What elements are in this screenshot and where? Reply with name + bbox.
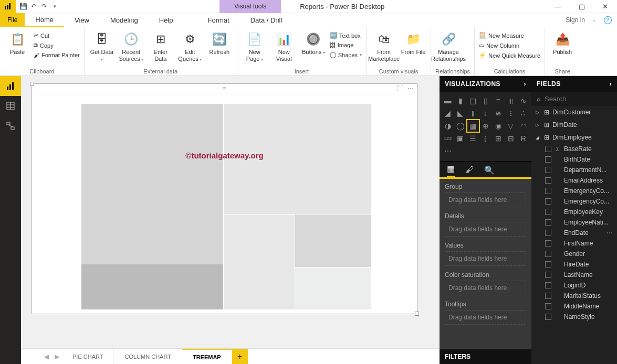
format-tab-icon[interactable]: 🖌 (465, 165, 474, 175)
field-item[interactable]: EndDate⋯ (531, 228, 617, 238)
viz-slicer-icon[interactable]: ⫿ (480, 133, 491, 144)
edit-queries-button[interactable]: ⚙Edit Queries (177, 29, 203, 62)
checkbox-icon[interactable] (545, 282, 551, 288)
checkbox-icon[interactable] (545, 293, 551, 299)
field-item[interactable]: MiddleName (531, 301, 617, 312)
viz-stacked-bar-icon[interactable]: ▬ (442, 95, 454, 106)
visualizations-header[interactable]: VISUALIZATIONS› (440, 76, 531, 92)
file-menu[interactable]: File (0, 13, 25, 27)
treemap-visual[interactable]: ≡ ⛶ ⋯ ©tutorialgateway.org (32, 83, 417, 314)
viz-waterfall-icon[interactable]: ⫶ (505, 108, 517, 119)
field-table[interactable]: ▷⊞DimDate (531, 119, 617, 131)
viz-card-icon[interactable]: 123 (442, 133, 454, 144)
field-item[interactable]: NameStyle (531, 312, 617, 322)
page-tab-columnchart[interactable]: COLUMN CHART (114, 349, 182, 364)
drag-grip-icon[interactable]: ≡ (222, 85, 226, 92)
viz-kpi-icon[interactable]: ☰ (467, 133, 479, 144)
field-item[interactable]: EmergencyCo... (531, 186, 617, 196)
field-item[interactable]: HireDate (531, 259, 617, 270)
treemap-cell[interactable] (224, 215, 295, 309)
field-table[interactable]: ▷⊞DimCustomer (531, 106, 617, 119)
copy-button[interactable]: ⧉ Copy (34, 41, 80, 50)
viz-multi-card-icon[interactable]: ▣ (455, 133, 466, 144)
cut-button[interactable]: ✂ Cut (34, 31, 80, 40)
checkbox-icon[interactable] (545, 314, 551, 320)
redo-icon[interactable]: ↷ (40, 2, 48, 10)
viz-line-icon[interactable]: ∿ (518, 95, 529, 106)
new-page-button[interactable]: 📄New Page (242, 29, 268, 62)
qat-dropdown-icon[interactable]: ▾ (50, 2, 59, 10)
tab-help[interactable]: Help (149, 13, 184, 27)
field-item[interactable]: MaritalStatus (531, 291, 617, 301)
fields-header[interactable]: FIELDS› (531, 76, 617, 92)
viz-r-script-icon[interactable]: R (518, 133, 529, 144)
treemap-cell[interactable] (295, 215, 371, 267)
minimize-button[interactable]: — (546, 0, 570, 13)
publish-button[interactable]: 📤Publish (549, 29, 576, 56)
more-options-icon[interactable]: ⋯ (407, 85, 414, 92)
checkbox-icon[interactable] (545, 240, 551, 247)
viz-scatter-icon[interactable]: ∴ (518, 108, 529, 119)
checkbox-icon[interactable] (545, 146, 551, 152)
undo-icon[interactable]: ↶ (29, 2, 38, 10)
save-icon[interactable]: 💾 (19, 2, 27, 10)
chevron-down-icon[interactable]: ⌄ (592, 17, 597, 23)
field-item[interactable]: EmailAddress (531, 175, 617, 186)
recent-sources-button[interactable]: 🕒Recent Sources (118, 29, 144, 62)
new-visual-button[interactable]: 📊New Visual (271, 29, 297, 62)
well-dropzone[interactable]: Drag data fields here (445, 192, 526, 207)
tab-modeling[interactable]: Modeling (100, 13, 149, 27)
new-column-button[interactable]: ▭ New Column (479, 41, 540, 50)
checkbox-icon[interactable] (545, 198, 551, 205)
format-painter-button[interactable]: 🖌 Format Painter (34, 51, 80, 59)
checkbox-icon[interactable] (545, 219, 551, 226)
checkbox-icon[interactable] (545, 303, 551, 309)
from-marketplace-button[interactable]: 🛍From Marketplace (371, 29, 397, 62)
page-next-icon[interactable]: ▶ (51, 349, 62, 364)
sign-in-link[interactable]: Sign in (566, 16, 585, 24)
report-view-icon[interactable] (0, 76, 21, 96)
field-item[interactable]: DepartmentN... (531, 165, 617, 175)
viz-more-icon[interactable]: ⋯ (442, 145, 454, 157)
viz-clustered-column-icon[interactable]: ▯ (480, 95, 491, 106)
image-button[interactable]: 🖼 Image (330, 41, 362, 49)
field-item[interactable]: BirthDate (531, 154, 617, 165)
page-tab-treemap[interactable]: TREEMAP (182, 349, 232, 364)
refresh-button[interactable]: 🔄Refresh (206, 29, 233, 56)
checkbox-icon[interactable] (545, 209, 551, 215)
field-item[interactable]: FirstName (531, 238, 617, 249)
checkbox-icon[interactable] (545, 272, 551, 278)
viz-stacked-column-icon[interactable]: ▮ (455, 95, 466, 106)
field-item[interactable]: LastName (531, 270, 617, 280)
viz-filled-map-icon[interactable]: ◉ (493, 120, 504, 132)
tab-view[interactable]: View (64, 13, 100, 27)
field-item[interactable]: ΣBaseRate (531, 144, 617, 154)
viz-matrix-icon[interactable]: ⊟ (505, 133, 517, 144)
treemap-cell[interactable] (295, 267, 371, 309)
checkbox-icon[interactable] (545, 251, 551, 257)
add-page-button[interactable]: + (232, 349, 248, 364)
data-view-icon[interactable] (0, 96, 21, 116)
page-tab-piechart[interactable]: PIE CHART (62, 349, 114, 364)
page-prev-icon[interactable]: ◀ (41, 349, 51, 364)
shapes-button[interactable]: ◯ Shapes (330, 50, 362, 59)
treemap-cell[interactable] (81, 104, 223, 309)
focus-mode-icon[interactable]: ⛶ (397, 85, 403, 92)
viz-funnel-icon[interactable]: ▽ (505, 120, 517, 132)
manage-relationships-button[interactable]: 🔗Manage Relationships (435, 29, 462, 62)
field-item[interactable]: EmployeeKey (531, 207, 617, 217)
tab-format[interactable]: Format (197, 13, 240, 27)
new-quick-measure-button[interactable]: ⚡ New Quick Measure (479, 51, 540, 60)
viz-donut-icon[interactable]: ◯ (455, 120, 466, 132)
well-dropzone[interactable]: Drag data fields here (445, 222, 526, 237)
get-data-button[interactable]: 🗄Get Data (89, 29, 115, 62)
viz-treemap-icon[interactable]: ▦ (467, 120, 479, 132)
field-table[interactable]: ◢⊞DimEmployee (531, 131, 617, 144)
viz-area-icon[interactable]: ◢ (442, 108, 454, 119)
field-item[interactable]: EmployeeNati... (531, 217, 617, 228)
tab-home[interactable]: Home (25, 13, 64, 27)
viz-100-bar-icon[interactable]: ≡ (493, 95, 504, 106)
checkbox-icon[interactable] (545, 261, 551, 267)
viz-ribbon-icon[interactable]: ≋ (493, 108, 504, 119)
fields-tab-icon[interactable]: ▦ (447, 164, 455, 177)
